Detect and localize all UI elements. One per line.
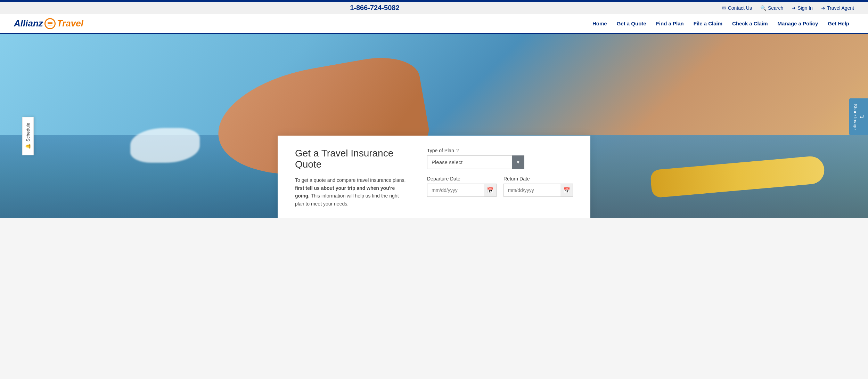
- signin-icon: ➜: [792, 5, 796, 11]
- nav-home[interactable]: Home: [588, 18, 612, 29]
- header: Allianz Travel Home Get a Quote Find a P…: [0, 14, 868, 34]
- departure-date-label-row: Departure Date: [427, 176, 497, 182]
- envelope-icon: ✉: [722, 5, 726, 11]
- hero-splash: [130, 128, 200, 163]
- nav-check-claim[interactable]: Check a Claim: [727, 18, 773, 29]
- contact-us-label: Contact Us: [728, 5, 752, 11]
- schedule-button[interactable]: 🔔 Schedule: [22, 117, 34, 155]
- nav-get-help[interactable]: Get Help: [823, 18, 854, 29]
- logo-allianz-text: Allianz: [14, 18, 43, 29]
- nav-find-plan[interactable]: Find a Plan: [651, 18, 689, 29]
- logo-circle-icon: [44, 18, 56, 29]
- departure-date-input-wrapper: 📅: [427, 184, 497, 197]
- type-of-plan-group: Type of Plan ? Please select Single Trip…: [427, 148, 573, 169]
- main-nav: Home Get a Quote Find a Plan File a Clai…: [101, 18, 854, 29]
- search-label: Search: [768, 5, 783, 11]
- departure-date-label: Departure Date: [427, 176, 460, 182]
- quote-desc-part2: This information will help us find the r…: [295, 193, 399, 206]
- type-of-plan-label: Type of Plan: [427, 148, 454, 153]
- logo-travel-text: Travel: [57, 18, 83, 29]
- top-bar: 1-866-724-5082 ✉ Contact Us 🔍 Search ➜ S…: [0, 2, 868, 14]
- nav-get-quote[interactable]: Get a Quote: [612, 18, 651, 29]
- share-label: Share Image: [853, 104, 858, 129]
- dates-row: Departure Date 📅 Return Date 📅: [427, 176, 573, 204]
- logo-bars: [48, 22, 52, 25]
- quote-left-section: Get a Travel Insurance Quote To get a qu…: [295, 148, 406, 208]
- share-icon: ⇅: [859, 115, 865, 119]
- search-link[interactable]: 🔍 Search: [760, 5, 783, 11]
- nav-file-claim[interactable]: File a Claim: [689, 18, 727, 29]
- quote-right-section: Type of Plan ? Please select Single Trip…: [427, 148, 573, 204]
- type-of-plan-select[interactable]: Please select Single Trip Annual/Multi-T…: [427, 155, 524, 169]
- departure-date-group: Departure Date 📅: [427, 176, 497, 197]
- return-date-label-row: Return Date: [503, 176, 573, 182]
- quote-panel: Get a Travel Insurance Quote To get a qu…: [278, 136, 590, 218]
- schedule-icon: 🔔: [25, 144, 31, 149]
- return-date-group: Return Date 📅: [503, 176, 573, 197]
- phone-number: 1-866-724-5082: [350, 4, 399, 12]
- quote-description: To get a quote and compare travel insura…: [295, 176, 406, 208]
- contact-us-link[interactable]: ✉ Contact Us: [722, 5, 752, 11]
- signin-label: Sign In: [797, 5, 813, 11]
- search-icon: 🔍: [760, 5, 766, 11]
- hero-section: 🔔 Schedule ⇅ Share Image Get a Travel In…: [0, 34, 868, 218]
- type-of-plan-label-row: Type of Plan ?: [427, 148, 573, 153]
- return-calendar-icon[interactable]: 📅: [560, 184, 573, 197]
- nav-manage-policy[interactable]: Manage a Policy: [773, 18, 823, 29]
- travel-agent-link[interactable]: ➜ Travel Agent: [821, 5, 854, 11]
- logo[interactable]: Allianz Travel: [14, 18, 83, 29]
- quote-title: Get a Travel Insurance Quote: [295, 148, 406, 170]
- signin-link[interactable]: ➜ Sign In: [792, 5, 813, 11]
- travel-agent-label: Travel Agent: [827, 5, 854, 11]
- share-image-button[interactable]: ⇅ Share Image: [849, 98, 868, 135]
- type-of-plan-select-wrapper: Please select Single Trip Annual/Multi-T…: [427, 155, 524, 169]
- schedule-label: Schedule: [25, 123, 31, 142]
- return-date-input-wrapper: 📅: [503, 184, 573, 197]
- agent-icon: ➜: [821, 5, 825, 11]
- return-date-label: Return Date: [503, 176, 530, 182]
- departure-calendar-icon[interactable]: 📅: [484, 184, 497, 197]
- type-of-plan-help[interactable]: ?: [456, 148, 459, 153]
- quote-desc-part1: To get a quote and compare travel insura…: [295, 177, 406, 183]
